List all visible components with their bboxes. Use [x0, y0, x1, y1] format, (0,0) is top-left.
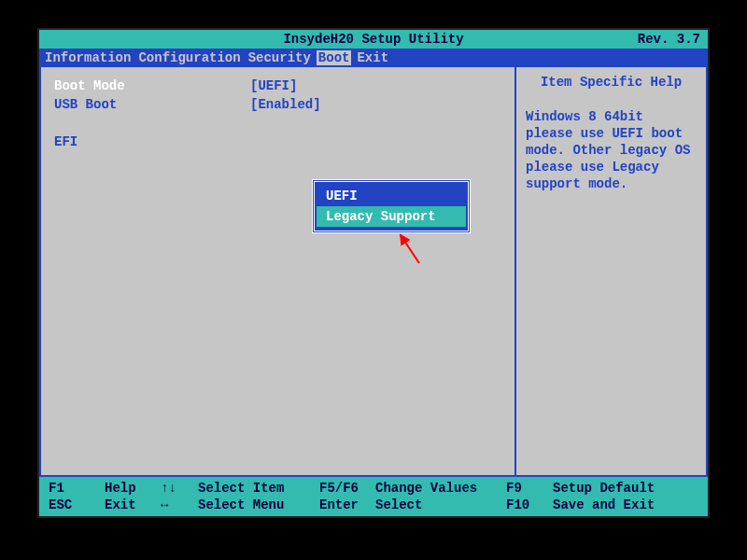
footer-key: F9 — [506, 480, 553, 497]
setting-label[interactable]: EFI — [54, 133, 250, 151]
footer-key: F1 — [49, 480, 105, 497]
setting-value[interactable]: [UEFI] — [250, 77, 501, 95]
setting-label[interactable]: Boot Mode — [54, 77, 250, 95]
tab-boot[interactable]: Boot — [317, 50, 352, 65]
footer-key: Exit — [105, 497, 161, 513]
help-title: Item Specific Help — [526, 75, 697, 90]
setting-value[interactable]: [Enabled] — [250, 95, 501, 114]
footer-key: Help — [105, 480, 161, 497]
popup-option[interactable]: Legacy Support — [317, 206, 466, 227]
footer-row: F1Help↑↓Select ItemF5/F6Change ValuesF9S… — [49, 480, 698, 497]
app-title: InsydeH20 Setup Utility — [283, 32, 463, 47]
footer-key: ↑↓ — [161, 480, 198, 497]
footer-key: ↔ — [161, 497, 198, 513]
setting-label — [54, 114, 250, 133]
boot-mode-popup: UEFILegacy Support — [312, 179, 471, 233]
footer-key: Enter — [319, 497, 375, 513]
menu-bar: Information Configuration Security Boot … — [39, 49, 708, 67]
revision-label: Rev. 3.7 — [638, 32, 700, 47]
setting-value — [250, 133, 501, 151]
help-text: Windows 8 64bit please use UEFI boot mod… — [526, 108, 697, 192]
tab-security[interactable]: Security — [247, 50, 313, 65]
setting-label[interactable]: USB Boot — [54, 95, 250, 114]
footer-key: ESC — [49, 497, 105, 513]
footer-key: F10 — [506, 497, 553, 513]
main-area: Boot ModeUSB Boot EFI [UEFI][Enabled] UE… — [39, 67, 708, 477]
footer-key: Save and Exit — [553, 497, 684, 513]
help-pane: Item Specific Help Windows 8 64bit pleas… — [514, 67, 706, 475]
footer-key: Change Values — [375, 480, 506, 497]
footer-key: Select Item — [198, 480, 319, 497]
setting-value — [250, 114, 501, 133]
footer-key: Select Menu — [198, 497, 319, 513]
settings-pane: Boot ModeUSB Boot EFI [UEFI][Enabled] UE… — [41, 67, 514, 475]
bios-screen: InsydeH20 Setup Utility Rev. 3.7 Informa… — [37, 28, 710, 518]
footer-bar: F1Help↑↓Select ItemF5/F6Change ValuesF9S… — [39, 477, 708, 516]
tab-information[interactable]: Information — [43, 50, 133, 65]
title-bar: InsydeH20 Setup Utility Rev. 3.7 — [39, 30, 708, 49]
tab-exit[interactable]: Exit — [355, 50, 390, 65]
footer-key: F5/F6 — [319, 480, 375, 497]
footer-key: Select — [375, 497, 506, 513]
tab-configuration[interactable]: Configuration — [136, 50, 242, 65]
footer-key: Setup Default — [553, 480, 684, 497]
footer-row: ESCExit↔Select MenuEnterSelectF10Save an… — [49, 497, 698, 513]
popup-option[interactable]: UEFI — [317, 186, 466, 206]
